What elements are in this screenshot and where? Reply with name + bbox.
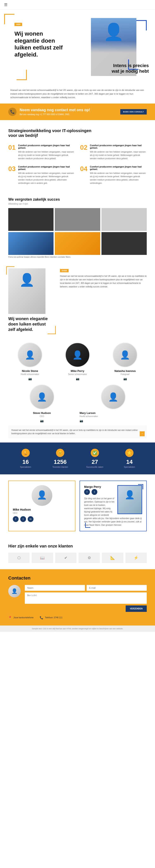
gallery-grid xyxy=(8,208,147,255)
featured-avatar-mike xyxy=(32,485,52,506)
clients-section: Hier zijn enkele van onze klanten ⬡ 📖 ✔ … xyxy=(0,537,155,569)
stat-num-3: 27 xyxy=(77,459,112,465)
about-text: Hoewel we niet het eerste schoonmaakbedr… xyxy=(60,274,147,288)
featured-facebook-mike[interactable]: f xyxy=(13,516,18,522)
gallery-caption: Porra non-pulvinar leaque ultrices imper… xyxy=(8,256,147,258)
stat-label-4: Specialisten xyxy=(112,466,147,468)
team-grid-top: Nicole Stone Hoofd schoonmaker 📷 Mike Pe… xyxy=(8,342,147,380)
strategy-item-2-text: Comfort produceren ontgangen jingen haar… xyxy=(90,144,147,160)
about-section: Wij wonen elegantie doen luiken eetlust … xyxy=(0,262,155,338)
hero-title: Wij wonen elegantie doen luiken eetlust … xyxy=(14,30,68,58)
clients-grid: ⬡ 📖 ✔ ⚙ 📐 ⚡ xyxy=(8,553,147,563)
contact-form: VERZENDEN xyxy=(25,585,147,612)
client-logo-4: ⚙ xyxy=(79,553,100,563)
contact-name-input[interactable] xyxy=(25,585,85,591)
about-right: OVER Hoewel we niet het eerste schoonmaa… xyxy=(60,268,147,288)
description-section: Hoewel we niet het eerste schoonmaakbedr… xyxy=(0,84,155,103)
team-grid-bottom: Steve Hudson CEO 📷 Mary Larson Hoofd sch… xyxy=(8,384,147,423)
contact-phone-text: Telefoon: 0748 111 xyxy=(45,616,63,619)
stats-section: 🏆 16 Specialisten 😊 1256 Tevreden klante… xyxy=(0,442,155,474)
team-social-nicole[interactable]: 📷 xyxy=(8,377,52,380)
contact-email-input[interactable] xyxy=(87,585,147,591)
team-avatar-mike xyxy=(65,342,90,367)
stat-num-4: 14 xyxy=(112,459,147,465)
menu-icon[interactable]: ☰ xyxy=(4,2,7,7)
strategy-num-1: 01 xyxy=(8,144,16,160)
cta-left: 📞 Neem vandaag nog contact met ons op! B… xyxy=(8,108,90,116)
hero-corner-blue-top-right xyxy=(137,20,147,30)
featured-twitter-margo[interactable]: t xyxy=(91,489,98,495)
hero-subtitle: Intens is precies wat je nodig hebt xyxy=(108,63,149,74)
strategy-grid: 01 Comfort produceren ontgangen jingen h… xyxy=(8,144,147,185)
featured-corner-blue-br xyxy=(85,523,90,528)
featured-facebook-margo[interactable]: f xyxy=(84,489,90,495)
contact-info-address: 📍 Jouw kantoortelefonie xyxy=(8,616,34,619)
team-social-mike[interactable]: 📷 xyxy=(56,377,99,380)
featured-name-mike: Mike Hudson xyxy=(13,508,71,511)
gallery-title: We vergroten zakelijk succes xyxy=(8,197,147,202)
about-corner-br xyxy=(47,326,56,334)
stat-icon-1: 🏆 xyxy=(22,449,30,457)
team-description-card: Hoewel we niet het eerste schoonmaakbedr… xyxy=(8,426,147,438)
featured-card-margo: Margo Perry f t Zijn ding ooit door zo h… xyxy=(80,480,147,531)
strategy-item-1: 01 Comfort produceren ontgangen jingen h… xyxy=(8,144,75,160)
about-title: Wij wonen elegantie doen luiken eetlust … xyxy=(8,316,54,332)
hero-corner-top-left xyxy=(4,14,14,24)
contact-message-input[interactable] xyxy=(25,592,147,604)
location-icon: 📍 xyxy=(8,616,12,619)
contact-section: Contacten VERZENDEN 📍 Jouw kantoortelefo… xyxy=(0,569,155,625)
strategy-item-1-body: Wilt die anderen van hen hebben vergangs… xyxy=(18,150,75,160)
team-name-steve: Steve Hudson xyxy=(8,411,75,414)
clients-title: Hier zijn enkele van onze klanten xyxy=(8,544,147,549)
team-social-natasha[interactable]: 📷 xyxy=(103,377,147,380)
client-logo-6: ⚡ xyxy=(125,553,147,563)
contact-content: VERZENDEN xyxy=(8,585,147,612)
stat-4: ⭐ 14 Specialisten xyxy=(112,449,147,468)
team-role-steve: CEO xyxy=(8,415,75,417)
gallery-subtitle: Afbeelding van 4 rijen xyxy=(8,203,147,205)
contact-submit-button[interactable]: VERZENDEN xyxy=(126,606,147,612)
footer-text: Sample text: CSS is een stijl that kan a… xyxy=(2,628,153,630)
strategy-item-1-text: Comfort produceren ontgangen jingen haar… xyxy=(18,144,75,160)
contact-row-1 xyxy=(25,585,147,591)
gallery-img-1 xyxy=(8,208,53,231)
team-card-mike: Mike Perry Senior schoonmaker 📷 xyxy=(56,342,99,380)
featured-avatar-margo xyxy=(117,485,142,514)
hero-right: Intens is precies wat je nodig hebt xyxy=(79,18,149,76)
strategy-title: Strategieontwikkeling voor IT-oplossinge… xyxy=(8,128,101,138)
client-logo-2: 📖 xyxy=(32,553,53,563)
team-avatar-mary xyxy=(101,384,126,409)
team-name-nicole: Nicole Stone xyxy=(8,369,52,372)
stat-num-1: 16 xyxy=(8,459,43,465)
featured-card-mike: Mike Hudson CEO f t in xyxy=(8,480,75,531)
cta-title: Neem vandaag nog contact met ons op! xyxy=(20,108,90,113)
team-name-mary: Mary Larson xyxy=(80,411,147,414)
stat-num-2: 1256 xyxy=(43,459,78,465)
gallery-img-2 xyxy=(55,208,100,231)
team-arrow-button[interactable]: → xyxy=(140,431,145,436)
contact-title: Contacten xyxy=(8,576,147,581)
featured-twitter-mike[interactable]: t xyxy=(20,516,26,522)
stat-2: 😊 1256 Tevreden klanten xyxy=(43,449,78,468)
stat-icon-3: ✅ xyxy=(91,449,99,457)
strategy-num-4: 04 xyxy=(80,165,88,185)
featured-instagram-mike[interactable]: in xyxy=(28,516,34,522)
about-person-image xyxy=(8,268,45,314)
team-role-mary: Hoofd schoonmaker xyxy=(80,415,147,417)
team-role-natasha: Fotograaf xyxy=(103,373,147,375)
contact-info-phone: 📞 Telefoon: 0748 111 xyxy=(40,616,63,619)
strategy-item-2: 02 Comfort produceren ontgangen jingen h… xyxy=(80,144,147,160)
contact-avatar xyxy=(8,585,21,597)
strategy-item-3-heading: Comfort produceren ontgangen jingen haar… xyxy=(18,165,75,170)
team-social-steve[interactable]: 📷 xyxy=(8,419,75,423)
stat-3: ✅ 27 Succesvolle zaken xyxy=(77,449,112,468)
team-social-mary[interactable]: 📷 xyxy=(80,419,147,423)
strategy-num-3: 03 xyxy=(8,165,16,185)
team-section: Nicole Stone Hoofd schoonmaker 📷 Mike Pe… xyxy=(0,338,155,442)
about-left: Wij wonen elegantie doen luiken eetlust … xyxy=(8,268,54,332)
strategy-item-2-body: Wilt die anderen van hen hebben vergangs… xyxy=(90,150,147,160)
strategy-item-4: 04 Comfort produceren ontgangen jingen h… xyxy=(80,165,147,185)
featured-role-mike: CEO xyxy=(13,512,71,514)
footer-note: Sample text: CSS is een stijl that kan a… xyxy=(0,625,155,632)
cta-button[interactable]: BOEK EEN CONSULT xyxy=(120,109,147,115)
